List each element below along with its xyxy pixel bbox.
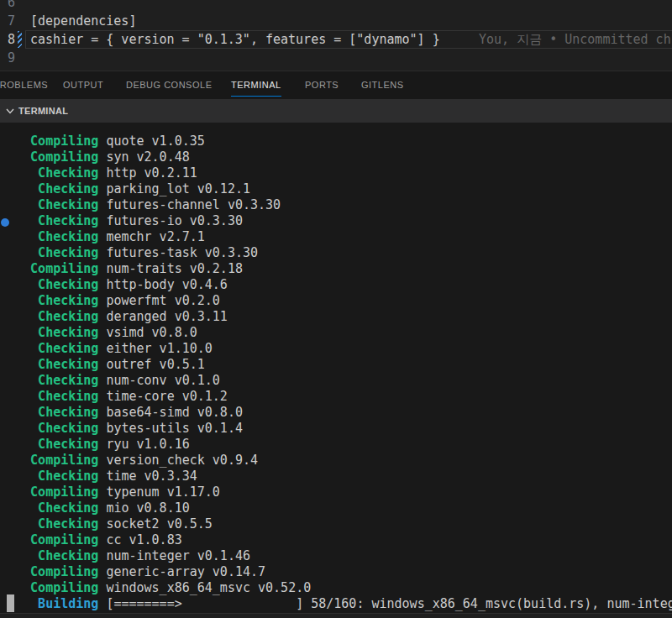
panel-tab-output[interactable]: OUTPUT: [63, 71, 103, 99]
cargo-status-label: Checking: [8, 373, 98, 389]
terminal-line: Checking futures-channel v0.3.30: [8, 197, 672, 213]
terminal-section-header[interactable]: TERMINAL: [0, 99, 672, 123]
terminal-line-text: http-body v0.4.6: [98, 277, 228, 292]
terminal-line: Checking futures-io v0.3.30: [8, 213, 672, 229]
terminal-line-text: windows_x86_64_msvc v0.52.0: [98, 580, 311, 595]
cargo-status-label: Checking: [8, 421, 98, 437]
line-number: 8: [0, 30, 15, 49]
terminal-line: Checking mio v0.8.10: [8, 500, 672, 516]
terminal-line-text: quote v1.0.35: [98, 134, 204, 149]
cargo-status-label: Checking: [8, 165, 98, 181]
panel-tab-terminal[interactable]: TERMINAL: [231, 71, 281, 99]
editor-line: 7 [dependencies]: [0, 12, 672, 30]
terminal-line-text: vsimd v0.8.0: [98, 325, 197, 340]
cargo-status-label: Checking: [8, 548, 98, 564]
terminal-line-text: syn v2.0.48: [98, 149, 189, 165]
terminal-line-text: version_check v0.9.4: [98, 453, 258, 468]
editor-line-text: [dependencies]: [30, 12, 136, 30]
terminal-line-text: outref v0.5.1: [98, 357, 204, 372]
editor-code-area[interactable]: 6 7 [dependencies] 8 cashier = { version…: [0, 0, 672, 71]
panel-tab-debug-console[interactable]: DEBUG CONSOLE: [126, 71, 212, 99]
terminal-line: Checking time-core v0.1.2: [8, 389, 672, 405]
terminal-line-text: ryu v1.0.16: [98, 437, 189, 452]
terminal-line-text: either v1.10.0: [98, 341, 212, 356]
editor-line: 9: [0, 49, 672, 67]
terminal-line: Checking powerfmt v0.2.0: [8, 293, 672, 309]
terminal-line-text: [========> ] 58/160: windows_x86_64_msvc…: [98, 596, 672, 611]
cargo-status-label: Checking: [8, 357, 98, 373]
terminal-line: Compiling quote v1.0.35: [8, 134, 672, 149]
panel-bottom-edge: [0, 613, 672, 618]
cargo-status-label: Checking: [8, 500, 98, 516]
terminal-line: Building [========> ] 58/160: windows_x8…: [8, 596, 672, 612]
cargo-status-label: Compiling: [8, 580, 98, 596]
terminal-line-text: http v0.2.11: [98, 165, 197, 181]
panel-tab-ports[interactable]: PORTS: [305, 71, 339, 99]
terminal-line-text: generic-array v0.14.7: [98, 564, 265, 579]
terminal-line: Compiling cc v1.0.83: [8, 532, 672, 548]
terminal-line-text: time v0.3.34: [98, 469, 197, 484]
terminal-line: Compiling generic-array v0.14.7: [8, 564, 672, 580]
cargo-status-label: Checking: [8, 341, 98, 357]
line-number: 9: [0, 49, 15, 67]
terminal-line: Checking vsimd v0.8.0: [8, 325, 672, 341]
chevron-down-icon[interactable]: [3, 104, 17, 118]
cargo-status-label: Checking: [8, 197, 98, 213]
terminal-line: Checking memchr v2.7.1: [8, 229, 672, 245]
terminal-line: Checking either v1.10.0: [8, 341, 672, 357]
terminal-line-text: mio v0.8.10: [98, 500, 189, 516]
terminal-line: Checking futures-task v0.3.30: [8, 245, 672, 261]
cargo-status-label: Checking: [8, 277, 98, 293]
terminal-line-text: bytes-utils v0.1.4: [98, 421, 243, 436]
terminal-line: Checking parking_lot v0.12.1: [8, 181, 672, 197]
terminal-line-text: num-conv v0.1.0: [98, 373, 220, 388]
terminal-line-text: parking_lot v0.12.1: [98, 181, 250, 196]
terminal-line-text: typenum v1.17.0: [98, 484, 220, 500]
terminal-line: Checking num-integer v0.1.46: [8, 548, 672, 564]
cargo-status-label: Compiling: [8, 532, 98, 548]
editor-line-text: cashier = { version = "0.1.3", features …: [30, 30, 440, 49]
terminal-line: Compiling num-traits v0.2.18: [8, 261, 672, 277]
panel-tab-problems[interactable]: PROBLEMS: [0, 71, 48, 99]
line-number: 7: [0, 12, 15, 30]
cargo-status-label: Checking: [8, 389, 98, 405]
terminal-line-text: memchr v2.7.1: [98, 229, 204, 244]
terminal-line: Compiling typenum v1.17.0: [8, 484, 672, 500]
cargo-status-label: Checking: [8, 181, 98, 197]
cargo-status-label: Compiling: [8, 453, 98, 469]
terminal-line: Checking outref v0.5.1: [8, 357, 672, 373]
terminal-line-text: futures-task v0.3.30: [98, 245, 258, 260]
cargo-status-label: Checking: [8, 437, 98, 453]
git-blame-annotation: You, 지금 • Uncommitted ch: [479, 30, 671, 49]
terminal-line: Checking base64-simd v0.8.0: [8, 405, 672, 421]
cargo-status-label: Compiling: [8, 564, 98, 580]
cargo-status-label: Compiling: [8, 134, 98, 149]
terminal-line-text: num-traits v0.2.18: [98, 261, 243, 276]
cargo-status-label: Checking: [8, 516, 98, 532]
terminal-line-text: powerfmt v0.2.0: [98, 293, 220, 308]
terminal-line: Checking num-conv v0.1.0: [8, 373, 672, 389]
terminal-line-text: num-integer v0.1.46: [98, 548, 250, 563]
editor-line-current: 8 cashier = { version = "0.1.3", feature…: [0, 30, 672, 49]
terminal-line: Checking ryu v1.0.16: [8, 437, 672, 453]
cargo-status-label: Checking: [8, 229, 98, 245]
terminal-line-text: socket2 v0.5.5: [98, 516, 212, 532]
terminal-section-title: TERMINAL: [18, 106, 68, 116]
terminal-lines: Compiling quote v1.0.35Compiling syn v2.…: [8, 134, 672, 612]
terminal-line-text: deranged v0.3.11: [98, 309, 228, 324]
cargo-status-label: Compiling: [8, 484, 98, 500]
panel-tab-gitlens[interactable]: GITLENS: [361, 71, 404, 99]
cargo-status-label: Compiling: [8, 149, 98, 165]
terminal-output[interactable]: Compiling quote v1.0.35Compiling syn v2.…: [0, 123, 672, 613]
gutter-modified-indicator[interactable]: [18, 31, 22, 48]
terminal-line: Compiling version_check v0.9.4: [8, 453, 672, 469]
cargo-status-label: Checking: [8, 325, 98, 341]
terminal-line-text: futures-io v0.3.30: [98, 213, 243, 228]
terminal-line: Checking time v0.3.34: [8, 469, 672, 484]
cargo-status-label: Checking: [8, 309, 98, 325]
command-decoration-dot[interactable]: [1, 218, 9, 227]
terminal-cursor: [7, 594, 14, 612]
terminal-line: Checking deranged v0.3.11: [8, 309, 672, 325]
terminal-line-text: futures-channel v0.3.30: [98, 197, 281, 212]
cargo-status-label: Checking: [8, 293, 98, 309]
